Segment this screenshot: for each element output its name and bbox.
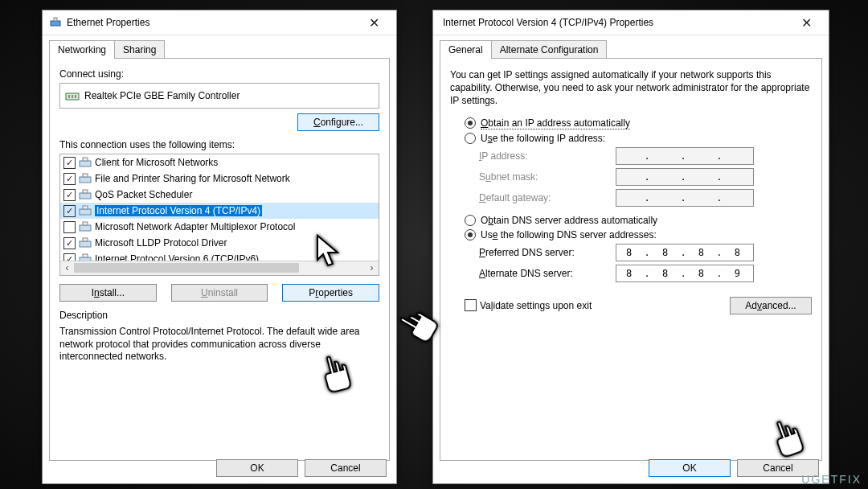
tab-strip: General Alternate Configuration bbox=[433, 35, 829, 59]
protocol-icon bbox=[79, 237, 92, 249]
item-label: File and Printer Sharing for Microsoft N… bbox=[95, 173, 290, 184]
alternate-dns-label: Alternate DNS server: bbox=[479, 268, 616, 279]
description-label: Description bbox=[59, 310, 379, 321]
item-label: QoS Packet Scheduler bbox=[95, 189, 192, 200]
properties-button[interactable]: Properties bbox=[282, 284, 379, 302]
install-button[interactable]: Install... bbox=[59, 284, 157, 302]
checkbox[interactable]: ✓ bbox=[63, 173, 76, 185]
gateway-input: . . . bbox=[616, 189, 754, 207]
adapter-box[interactable]: Realtek PCIe GBE Family Controller bbox=[59, 83, 379, 109]
validate-checkbox[interactable] bbox=[465, 299, 477, 311]
list-item[interactable]: ✓QoS Packet Scheduler bbox=[60, 187, 379, 203]
advanced-button[interactable]: Advanced... bbox=[730, 297, 812, 314]
radio-dns-manual[interactable]: Use the following DNS server addresses: bbox=[465, 229, 812, 240]
svg-rect-16 bbox=[80, 241, 91, 247]
radio-icon bbox=[465, 229, 476, 240]
svg-rect-12 bbox=[80, 209, 91, 215]
cancel-button[interactable]: Cancel bbox=[305, 459, 387, 477]
list-item[interactable]: ✓Internet Protocol Version 4 (TCP/IPv4) bbox=[60, 203, 379, 219]
validate-label: Validate settings upon exit bbox=[480, 300, 592, 311]
titlebar[interactable]: Ethernet Properties ✕ bbox=[43, 10, 396, 35]
tab-strip: Networking Sharing bbox=[43, 35, 396, 59]
scroll-right-icon[interactable]: › bbox=[365, 261, 379, 274]
svg-rect-4 bbox=[72, 95, 73, 98]
tab-sharing[interactable]: Sharing bbox=[114, 40, 165, 59]
watermark-text: UGETFIX bbox=[801, 473, 862, 486]
window-title: Internet Protocol Version 4 (TCP/IPv4) P… bbox=[443, 17, 790, 28]
window-title: Ethernet Properties bbox=[67, 17, 358, 28]
subnet-label: Subnet mask: bbox=[479, 171, 616, 183]
svg-rect-0 bbox=[51, 21, 60, 26]
radio-icon bbox=[465, 215, 476, 226]
svg-rect-14 bbox=[80, 225, 91, 231]
checkbox[interactable]: ✓ bbox=[63, 237, 76, 249]
scroll-left-icon[interactable]: ‹ bbox=[60, 261, 74, 274]
checkbox[interactable] bbox=[63, 221, 76, 233]
svg-rect-9 bbox=[83, 174, 88, 177]
svg-rect-15 bbox=[83, 222, 88, 225]
svg-rect-8 bbox=[80, 177, 91, 183]
svg-rect-5 bbox=[75, 95, 76, 98]
item-label: Client for Microsoft Networks bbox=[95, 157, 218, 168]
svg-rect-19 bbox=[83, 254, 88, 257]
titlebar[interactable]: Internet Protocol Version 4 (TCP/IPv4) P… bbox=[433, 10, 829, 35]
radio-icon bbox=[465, 117, 476, 129]
info-text: You can get IP settings assigned automat… bbox=[450, 68, 812, 108]
list-item[interactable]: ✓File and Printer Sharing for Microsoft … bbox=[60, 171, 379, 187]
svg-rect-7 bbox=[83, 158, 88, 161]
svg-rect-17 bbox=[83, 238, 88, 241]
ipv4-properties-window: Internet Protocol Version 4 (TCP/IPv4) P… bbox=[432, 10, 829, 484]
radio-dns-auto[interactable]: Obtain DNS server address automatically bbox=[465, 215, 812, 226]
scroll-thumb[interactable] bbox=[74, 263, 299, 273]
tab-alternate-config[interactable]: Alternate Configuration bbox=[491, 40, 608, 59]
pointer-icon bbox=[313, 232, 346, 270]
radio-dns-auto-label: Obtain DNS server address automatically bbox=[481, 215, 657, 226]
gateway-label: Default gateway: bbox=[479, 192, 616, 203]
adapter-name: Realtek PCIe GBE Family Controller bbox=[84, 90, 240, 101]
tab-networking[interactable]: Networking bbox=[49, 40, 115, 59]
ip-address-label: IP address: bbox=[479, 150, 616, 162]
protocol-icon bbox=[79, 205, 92, 216]
configure-button[interactable]: Configure... bbox=[297, 113, 379, 131]
items-label: This connection uses the following items… bbox=[59, 139, 379, 150]
protocol-icon bbox=[79, 221, 92, 232]
alternate-dns-input[interactable]: 8 . 8 . 8 . 9 bbox=[616, 265, 754, 282]
svg-rect-6 bbox=[80, 161, 91, 166]
protocol-icon bbox=[79, 157, 92, 168]
ok-button[interactable]: OK bbox=[649, 459, 731, 477]
svg-rect-11 bbox=[83, 190, 88, 193]
svg-rect-1 bbox=[54, 18, 57, 21]
tab-body: You can get IP settings assigned automat… bbox=[440, 58, 822, 461]
svg-rect-13 bbox=[83, 206, 88, 209]
item-label: Microsoft LLDP Protocol Driver bbox=[95, 237, 227, 249]
svg-rect-3 bbox=[68, 95, 70, 98]
uninstall-button: Uninstall bbox=[171, 284, 268, 302]
preferred-dns-input[interactable]: 8 . 8 . 8 . 8 bbox=[616, 244, 754, 261]
tab-general[interactable]: General bbox=[440, 40, 492, 59]
radio-ip-manual[interactable]: Use the following IP address: bbox=[465, 133, 812, 144]
checkbox[interactable]: ✓ bbox=[63, 205, 76, 217]
radio-icon bbox=[465, 133, 476, 144]
ok-button[interactable]: OK bbox=[216, 459, 298, 477]
radio-ip-auto-label: Obtain an IP address automatically bbox=[481, 117, 630, 129]
svg-rect-10 bbox=[80, 193, 91, 199]
preferred-dns-label: Preferred DNS server: bbox=[479, 247, 616, 258]
close-button[interactable]: ✕ bbox=[358, 11, 390, 34]
radio-ip-manual-label: Use the following IP address: bbox=[481, 133, 605, 144]
ip-address-input: . . . bbox=[616, 147, 754, 165]
checkbox[interactable]: ✓ bbox=[63, 157, 76, 169]
item-label: Internet Protocol Version 4 (TCP/IPv4) bbox=[95, 205, 262, 216]
connect-using-label: Connect using: bbox=[59, 68, 379, 80]
protocol-icon bbox=[79, 173, 92, 184]
checkbox[interactable]: ✓ bbox=[63, 189, 76, 201]
close-button[interactable]: ✕ bbox=[790, 11, 822, 34]
protocol-icon bbox=[79, 189, 92, 200]
radio-dns-manual-label: Use the following DNS server addresses: bbox=[481, 229, 657, 240]
subnet-input: . . . bbox=[616, 168, 754, 186]
item-label: Microsoft Network Adapter Multiplexor Pr… bbox=[95, 221, 295, 232]
list-item[interactable]: ✓Client for Microsoft Networks bbox=[60, 154, 379, 171]
ethernet-icon bbox=[49, 16, 62, 29]
adapter-icon bbox=[65, 90, 80, 101]
radio-ip-auto[interactable]: Obtain an IP address automatically bbox=[465, 117, 812, 129]
